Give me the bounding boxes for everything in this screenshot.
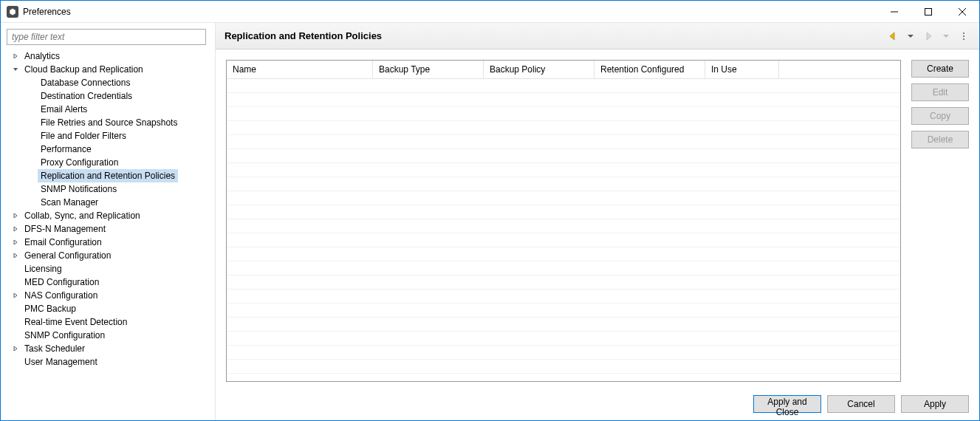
tree-item[interactable]: PMC Backup [7, 302, 209, 315]
menu-dots-icon[interactable] [957, 30, 970, 43]
table-row [227, 107, 900, 121]
table-row [227, 205, 900, 219]
column-header[interactable]: Backup Policy [484, 61, 594, 78]
table-row [227, 275, 900, 290]
tree-item-label: Licensing [21, 262, 65, 275]
table-row [227, 261, 900, 275]
chevron-down-icon[interactable] [11, 66, 20, 72]
tree-item[interactable]: Cloud Backup and Replication [7, 63, 209, 76]
tree-item[interactable]: File and Folder Filters [7, 129, 209, 143]
tree-item[interactable]: Email Alerts [7, 103, 209, 116]
column-header[interactable]: Retention Configured [594, 61, 705, 78]
tree-item-label: DFS-N Management [21, 222, 109, 236]
tree-item[interactable]: File Retries and Source Snapshots [7, 116, 209, 129]
column-header[interactable]: In Use [705, 61, 779, 78]
action-buttons: Create Edit Copy Delete [911, 60, 969, 382]
tree-item-label: Task Scheduler [21, 342, 88, 355]
edit-button[interactable]: Edit [911, 83, 969, 101]
chevron-right-icon[interactable] [11, 226, 20, 232]
column-header[interactable]: Name [227, 61, 373, 78]
svg-point-4 [963, 32, 964, 34]
tree-item[interactable]: Licensing [7, 262, 209, 275]
app-icon [7, 6, 18, 18]
tree-item[interactable]: MED Configuration [7, 275, 209, 289]
copy-button[interactable]: Copy [911, 107, 969, 125]
tree-item[interactable]: Real-time Event Detection [7, 315, 209, 329]
table-row [227, 332, 900, 346]
window-title: Preferences [23, 7, 71, 17]
forward-icon[interactable] [922, 30, 935, 43]
tree-item[interactable]: Collab, Sync, and Replication [7, 209, 209, 222]
tree-item[interactable]: Scan Manager [7, 196, 209, 209]
chevron-right-icon[interactable] [11, 292, 20, 298]
back-icon[interactable] [886, 30, 900, 43]
tree-item-label: Performance [38, 143, 95, 156]
chevron-right-icon[interactable] [11, 253, 20, 259]
section-header: Replication and Retention Policies [216, 23, 979, 49]
column-header-filler [779, 61, 900, 78]
dropdown-caret-icon[interactable] [939, 30, 953, 43]
table-row [227, 93, 900, 107]
svg-rect-1 [925, 8, 932, 15]
tree-item[interactable]: NAS Configuration [7, 289, 209, 302]
tree-item[interactable]: Replication and Retention Policies [7, 169, 209, 182]
preferences-window: Preferences AnalyticsCloud Backup and Re… [0, 0, 980, 421]
body: AnalyticsCloud Backup and ReplicationDat… [1, 23, 979, 420]
create-button[interactable]: Create [911, 60, 969, 78]
tree-item-label: Email Alerts [38, 103, 90, 116]
filter-input[interactable] [7, 29, 206, 45]
sidebar: AnalyticsCloud Backup and ReplicationDat… [1, 23, 215, 420]
table-row [227, 149, 900, 163]
table-row [227, 318, 900, 332]
apply-and-close-button[interactable]: Apply and Close [753, 395, 821, 413]
tree-item[interactable]: SNMP Configuration [7, 329, 209, 342]
table-row [227, 219, 900, 233]
close-button[interactable] [945, 1, 979, 22]
table-row [227, 163, 900, 177]
main-panel: Replication and Retention Policies [215, 23, 979, 420]
table-row [227, 121, 900, 135]
tree-item[interactable]: Proxy Configuration [7, 156, 209, 169]
column-header[interactable]: Backup Type [373, 61, 484, 78]
tree-item-label: Email Configuration [21, 236, 105, 249]
tree-item-label: Collab, Sync, and Replication [21, 209, 143, 222]
apply-button[interactable]: Apply [901, 395, 969, 413]
maximize-button[interactable] [911, 1, 945, 22]
tree-item-label: SNMP Configuration [21, 329, 108, 342]
window-controls [877, 1, 979, 22]
tree-item-label: Proxy Configuration [38, 156, 121, 169]
content-row: NameBackup TypeBackup PolicyRetention Co… [216, 49, 979, 388]
tree-item[interactable]: Email Configuration [7, 236, 209, 249]
tree-item-label: Replication and Retention Policies [38, 169, 178, 182]
tree-item[interactable]: DFS-N Management [7, 222, 209, 236]
tree-item-label: User Management [21, 355, 100, 369]
tree-item[interactable]: User Management [7, 355, 209, 369]
table-row [227, 374, 900, 381]
cancel-button[interactable]: Cancel [827, 395, 895, 413]
svg-point-5 [963, 35, 964, 37]
chevron-right-icon[interactable] [11, 346, 20, 352]
minimize-button[interactable] [877, 1, 911, 22]
tree-item[interactable]: SNMP Notifications [7, 182, 209, 196]
table-row [227, 360, 900, 374]
tree-item-label: SNMP Notifications [38, 182, 120, 196]
tree-item[interactable]: Performance [7, 143, 209, 156]
tree-item-label: General Configuration [21, 249, 114, 262]
tree-item-label: File Retries and Source Snapshots [38, 116, 180, 129]
table-row [227, 135, 900, 149]
section-title: Replication and Retention Policies [225, 30, 382, 41]
chevron-right-icon[interactable] [11, 213, 20, 219]
tree-item[interactable]: Database Connections [7, 76, 209, 89]
tree-item-label: MED Configuration [21, 275, 102, 289]
tree-item[interactable]: Destination Credentials [7, 89, 209, 103]
tree-item-label: Real-time Event Detection [21, 315, 130, 329]
tree-item[interactable]: Analytics [7, 49, 209, 63]
tree-item[interactable]: General Configuration [7, 249, 209, 262]
dropdown-caret-icon[interactable] [904, 30, 917, 43]
chevron-right-icon[interactable] [11, 53, 20, 59]
chevron-right-icon[interactable] [11, 239, 20, 245]
table-row [227, 79, 900, 93]
table-row [227, 191, 900, 205]
delete-button[interactable]: Delete [911, 131, 969, 148]
tree-item[interactable]: Task Scheduler [7, 342, 209, 355]
